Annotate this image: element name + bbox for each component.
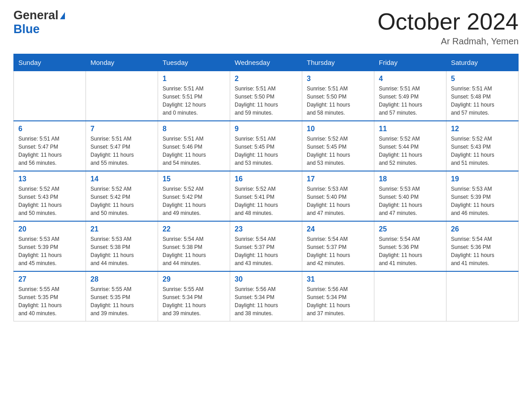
- calendar-cell: 12Sunrise: 5:52 AM Sunset: 5:43 PM Dayli…: [446, 121, 519, 171]
- day-number: 13: [18, 175, 81, 183]
- calendar-cell: [86, 71, 158, 121]
- logo-general-line: General: [13, 9, 65, 22]
- day-number: 14: [90, 175, 153, 183]
- calendar-cell: 31Sunrise: 5:56 AM Sunset: 5:34 PM Dayli…: [302, 271, 374, 321]
- day-number: 21: [90, 225, 153, 233]
- day-number: 10: [307, 125, 369, 133]
- day-number: 9: [235, 125, 297, 133]
- month-title: October 2024: [378, 9, 519, 34]
- calendar-cell: 28Sunrise: 5:55 AM Sunset: 5:35 PM Dayli…: [86, 271, 158, 321]
- calendar-cell: 1Sunrise: 5:51 AM Sunset: 5:51 PM Daylig…: [158, 71, 230, 121]
- day-info: Sunrise: 5:53 AM Sunset: 5:40 PM Dayligh…: [379, 185, 442, 217]
- day-info: Sunrise: 5:55 AM Sunset: 5:35 PM Dayligh…: [18, 285, 81, 317]
- day-number: 27: [18, 275, 81, 283]
- day-number: 16: [235, 175, 297, 183]
- calendar-cell: [14, 71, 86, 121]
- calendar-cell: 17Sunrise: 5:53 AM Sunset: 5:40 PM Dayli…: [302, 171, 374, 221]
- day-info: Sunrise: 5:51 AM Sunset: 5:51 PM Dayligh…: [163, 85, 225, 117]
- day-number: 31: [307, 275, 369, 283]
- calendar-cell: 24Sunrise: 5:54 AM Sunset: 5:37 PM Dayli…: [302, 221, 374, 271]
- header-day-thursday: Thursday: [302, 54, 374, 71]
- day-info: Sunrise: 5:53 AM Sunset: 5:39 PM Dayligh…: [451, 185, 514, 217]
- day-number: 18: [379, 175, 442, 183]
- header-day-sunday: Sunday: [14, 54, 86, 71]
- day-info: Sunrise: 5:51 AM Sunset: 5:46 PM Dayligh…: [163, 135, 225, 167]
- day-info: Sunrise: 5:54 AM Sunset: 5:37 PM Dayligh…: [307, 235, 369, 267]
- location-subtitle: Ar Radmah, Yemen: [378, 36, 519, 47]
- day-number: 22: [163, 225, 225, 233]
- day-info: Sunrise: 5:51 AM Sunset: 5:47 PM Dayligh…: [90, 135, 153, 167]
- week-row-2: 6Sunrise: 5:51 AM Sunset: 5:47 PM Daylig…: [14, 121, 519, 171]
- calendar-cell: 11Sunrise: 5:52 AM Sunset: 5:44 PM Dayli…: [374, 121, 446, 171]
- day-info: Sunrise: 5:52 AM Sunset: 5:43 PM Dayligh…: [451, 135, 514, 167]
- day-info: Sunrise: 5:52 AM Sunset: 5:41 PM Dayligh…: [235, 185, 297, 217]
- day-number: 6: [18, 125, 81, 133]
- day-info: Sunrise: 5:56 AM Sunset: 5:34 PM Dayligh…: [307, 285, 369, 317]
- logo-blue-line: Blue: [13, 22, 40, 36]
- day-number: 19: [451, 175, 514, 183]
- week-row-5: 27Sunrise: 5:55 AM Sunset: 5:35 PM Dayli…: [14, 271, 519, 321]
- day-info: Sunrise: 5:52 AM Sunset: 5:45 PM Dayligh…: [307, 135, 369, 167]
- calendar-cell: 21Sunrise: 5:53 AM Sunset: 5:38 PM Dayli…: [86, 221, 158, 271]
- day-number: 28: [90, 275, 153, 283]
- logo-blue-text: Blue: [13, 22, 40, 36]
- calendar-cell: 10Sunrise: 5:52 AM Sunset: 5:45 PM Dayli…: [302, 121, 374, 171]
- day-number: 23: [235, 225, 297, 233]
- day-info: Sunrise: 5:52 AM Sunset: 5:42 PM Dayligh…: [163, 185, 225, 217]
- logo-area: General Blue: [13, 9, 65, 36]
- header-row: SundayMondayTuesdayWednesdayThursdayFrid…: [14, 54, 519, 71]
- logo-triangle-icon: [60, 12, 65, 19]
- day-number: 17: [307, 175, 369, 183]
- day-info: Sunrise: 5:51 AM Sunset: 5:47 PM Dayligh…: [18, 135, 81, 167]
- calendar-cell: 5Sunrise: 5:51 AM Sunset: 5:48 PM Daylig…: [446, 71, 519, 121]
- calendar-table: SundayMondayTuesdayWednesdayThursdayFrid…: [13, 54, 519, 321]
- calendar-cell: 14Sunrise: 5:52 AM Sunset: 5:42 PM Dayli…: [86, 171, 158, 221]
- day-info: Sunrise: 5:53 AM Sunset: 5:39 PM Dayligh…: [18, 235, 81, 267]
- day-info: Sunrise: 5:51 AM Sunset: 5:48 PM Dayligh…: [451, 85, 514, 117]
- calendar-cell: 30Sunrise: 5:56 AM Sunset: 5:34 PM Dayli…: [230, 271, 302, 321]
- week-row-4: 20Sunrise: 5:53 AM Sunset: 5:39 PM Dayli…: [14, 221, 519, 271]
- day-number: 29: [163, 275, 225, 283]
- calendar-cell: 3Sunrise: 5:51 AM Sunset: 5:50 PM Daylig…: [302, 71, 374, 121]
- page-header: General Blue October 2024 Ar Radmah, Yem…: [13, 9, 519, 47]
- calendar-cell: [374, 271, 446, 321]
- day-number: 15: [163, 175, 225, 183]
- day-info: Sunrise: 5:52 AM Sunset: 5:43 PM Dayligh…: [18, 185, 81, 217]
- day-number: 30: [235, 275, 297, 283]
- day-number: 24: [307, 225, 369, 233]
- calendar-cell: 22Sunrise: 5:54 AM Sunset: 5:38 PM Dayli…: [158, 221, 230, 271]
- day-info: Sunrise: 5:54 AM Sunset: 5:37 PM Dayligh…: [235, 235, 297, 267]
- day-info: Sunrise: 5:54 AM Sunset: 5:36 PM Dayligh…: [379, 235, 442, 267]
- day-number: 25: [379, 225, 442, 233]
- header-day-saturday: Saturday: [446, 54, 519, 71]
- day-info: Sunrise: 5:55 AM Sunset: 5:34 PM Dayligh…: [163, 285, 225, 317]
- day-number: 12: [451, 125, 514, 133]
- day-number: 1: [163, 75, 225, 83]
- calendar-cell: 19Sunrise: 5:53 AM Sunset: 5:39 PM Dayli…: [446, 171, 519, 221]
- calendar-cell: 20Sunrise: 5:53 AM Sunset: 5:39 PM Dayli…: [14, 221, 86, 271]
- day-info: Sunrise: 5:53 AM Sunset: 5:40 PM Dayligh…: [307, 185, 369, 217]
- calendar-cell: 7Sunrise: 5:51 AM Sunset: 5:47 PM Daylig…: [86, 121, 158, 171]
- day-info: Sunrise: 5:56 AM Sunset: 5:34 PM Dayligh…: [235, 285, 297, 317]
- day-info: Sunrise: 5:53 AM Sunset: 5:38 PM Dayligh…: [90, 235, 153, 267]
- calendar-cell: 2Sunrise: 5:51 AM Sunset: 5:50 PM Daylig…: [230, 71, 302, 121]
- day-info: Sunrise: 5:54 AM Sunset: 5:36 PM Dayligh…: [451, 235, 514, 267]
- header-day-monday: Monday: [86, 54, 158, 71]
- day-number: 11: [379, 125, 442, 133]
- day-number: 7: [90, 125, 153, 133]
- day-number: 3: [307, 75, 369, 83]
- calendar-cell: 26Sunrise: 5:54 AM Sunset: 5:36 PM Dayli…: [446, 221, 519, 271]
- day-number: 5: [451, 75, 514, 83]
- calendar-cell: 8Sunrise: 5:51 AM Sunset: 5:46 PM Daylig…: [158, 121, 230, 171]
- calendar-cell: 6Sunrise: 5:51 AM Sunset: 5:47 PM Daylig…: [14, 121, 86, 171]
- day-number: 4: [379, 75, 442, 83]
- calendar-cell: 18Sunrise: 5:53 AM Sunset: 5:40 PM Dayli…: [374, 171, 446, 221]
- calendar-cell: 29Sunrise: 5:55 AM Sunset: 5:34 PM Dayli…: [158, 271, 230, 321]
- day-number: 8: [163, 125, 225, 133]
- day-info: Sunrise: 5:52 AM Sunset: 5:44 PM Dayligh…: [379, 135, 442, 167]
- week-row-3: 13Sunrise: 5:52 AM Sunset: 5:43 PM Dayli…: [14, 171, 519, 221]
- calendar-cell: 23Sunrise: 5:54 AM Sunset: 5:37 PM Dayli…: [230, 221, 302, 271]
- day-info: Sunrise: 5:51 AM Sunset: 5:50 PM Dayligh…: [307, 85, 369, 117]
- week-row-1: 1Sunrise: 5:51 AM Sunset: 5:51 PM Daylig…: [14, 71, 519, 121]
- title-area: October 2024 Ar Radmah, Yemen: [378, 9, 519, 47]
